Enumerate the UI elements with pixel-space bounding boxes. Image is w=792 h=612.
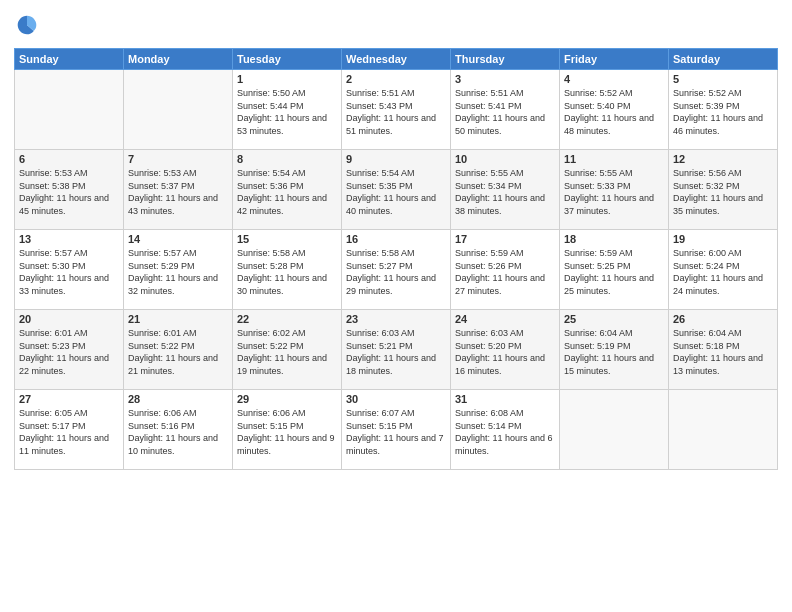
day-info: Sunrise: 6:07 AMSunset: 5:15 PMDaylight:…: [346, 407, 446, 457]
day-number: 24: [455, 313, 555, 325]
day-number: 5: [673, 73, 773, 85]
day-info: Sunrise: 6:03 AMSunset: 5:21 PMDaylight:…: [346, 327, 446, 377]
day-number: 17: [455, 233, 555, 245]
day-info: Sunrise: 6:04 AMSunset: 5:19 PMDaylight:…: [564, 327, 664, 377]
day-number: 27: [19, 393, 119, 405]
calendar-week-row: 6Sunrise: 5:53 AMSunset: 5:38 PMDaylight…: [15, 150, 778, 230]
day-number: 16: [346, 233, 446, 245]
calendar-day-cell: 13Sunrise: 5:57 AMSunset: 5:30 PMDayligh…: [15, 230, 124, 310]
logo: [14, 14, 38, 40]
calendar-day-cell: [15, 70, 124, 150]
calendar-day-cell: 17Sunrise: 5:59 AMSunset: 5:26 PMDayligh…: [451, 230, 560, 310]
weekday-header-friday: Friday: [560, 49, 669, 70]
day-info: Sunrise: 5:59 AMSunset: 5:25 PMDaylight:…: [564, 247, 664, 297]
day-info: Sunrise: 5:53 AMSunset: 5:38 PMDaylight:…: [19, 167, 119, 217]
calendar-day-cell: 26Sunrise: 6:04 AMSunset: 5:18 PMDayligh…: [669, 310, 778, 390]
day-number: 14: [128, 233, 228, 245]
weekday-header-wednesday: Wednesday: [342, 49, 451, 70]
day-number: 12: [673, 153, 773, 165]
day-info: Sunrise: 5:54 AMSunset: 5:35 PMDaylight:…: [346, 167, 446, 217]
day-number: 21: [128, 313, 228, 325]
calendar-day-cell: 6Sunrise: 5:53 AMSunset: 5:38 PMDaylight…: [15, 150, 124, 230]
calendar-week-row: 27Sunrise: 6:05 AMSunset: 5:17 PMDayligh…: [15, 390, 778, 470]
calendar-day-cell: 10Sunrise: 5:55 AMSunset: 5:34 PMDayligh…: [451, 150, 560, 230]
calendar-day-cell: 21Sunrise: 6:01 AMSunset: 5:22 PMDayligh…: [124, 310, 233, 390]
day-info: Sunrise: 5:53 AMSunset: 5:37 PMDaylight:…: [128, 167, 228, 217]
day-info: Sunrise: 5:58 AMSunset: 5:28 PMDaylight:…: [237, 247, 337, 297]
weekday-header-monday: Monday: [124, 49, 233, 70]
calendar-day-cell: 3Sunrise: 5:51 AMSunset: 5:41 PMDaylight…: [451, 70, 560, 150]
calendar-day-cell: 2Sunrise: 5:51 AMSunset: 5:43 PMDaylight…: [342, 70, 451, 150]
calendar-week-row: 20Sunrise: 6:01 AMSunset: 5:23 PMDayligh…: [15, 310, 778, 390]
day-info: Sunrise: 5:51 AMSunset: 5:41 PMDaylight:…: [455, 87, 555, 137]
day-number: 4: [564, 73, 664, 85]
day-number: 11: [564, 153, 664, 165]
calendar-table: SundayMondayTuesdayWednesdayThursdayFrid…: [14, 48, 778, 470]
day-number: 23: [346, 313, 446, 325]
day-number: 26: [673, 313, 773, 325]
weekday-header-tuesday: Tuesday: [233, 49, 342, 70]
day-number: 8: [237, 153, 337, 165]
day-number: 18: [564, 233, 664, 245]
calendar-day-cell: 14Sunrise: 5:57 AMSunset: 5:29 PMDayligh…: [124, 230, 233, 310]
day-info: Sunrise: 5:55 AMSunset: 5:34 PMDaylight:…: [455, 167, 555, 217]
day-number: 10: [455, 153, 555, 165]
day-info: Sunrise: 5:50 AMSunset: 5:44 PMDaylight:…: [237, 87, 337, 137]
day-info: Sunrise: 6:01 AMSunset: 5:22 PMDaylight:…: [128, 327, 228, 377]
logo-icon: [16, 14, 38, 36]
day-info: Sunrise: 6:01 AMSunset: 5:23 PMDaylight:…: [19, 327, 119, 377]
weekday-header-thursday: Thursday: [451, 49, 560, 70]
day-number: 2: [346, 73, 446, 85]
calendar-day-cell: 29Sunrise: 6:06 AMSunset: 5:15 PMDayligh…: [233, 390, 342, 470]
day-info: Sunrise: 6:00 AMSunset: 5:24 PMDaylight:…: [673, 247, 773, 297]
calendar-day-cell: 16Sunrise: 5:58 AMSunset: 5:27 PMDayligh…: [342, 230, 451, 310]
day-info: Sunrise: 5:57 AMSunset: 5:30 PMDaylight:…: [19, 247, 119, 297]
day-info: Sunrise: 6:06 AMSunset: 5:16 PMDaylight:…: [128, 407, 228, 457]
weekday-header-saturday: Saturday: [669, 49, 778, 70]
calendar-day-cell: 30Sunrise: 6:07 AMSunset: 5:15 PMDayligh…: [342, 390, 451, 470]
calendar-day-cell: 8Sunrise: 5:54 AMSunset: 5:36 PMDaylight…: [233, 150, 342, 230]
day-info: Sunrise: 5:57 AMSunset: 5:29 PMDaylight:…: [128, 247, 228, 297]
day-info: Sunrise: 6:05 AMSunset: 5:17 PMDaylight:…: [19, 407, 119, 457]
day-info: Sunrise: 6:04 AMSunset: 5:18 PMDaylight:…: [673, 327, 773, 377]
day-info: Sunrise: 6:06 AMSunset: 5:15 PMDaylight:…: [237, 407, 337, 457]
calendar-day-cell: 15Sunrise: 5:58 AMSunset: 5:28 PMDayligh…: [233, 230, 342, 310]
day-number: 15: [237, 233, 337, 245]
day-number: 29: [237, 393, 337, 405]
calendar-day-cell: 7Sunrise: 5:53 AMSunset: 5:37 PMDaylight…: [124, 150, 233, 230]
calendar-day-cell: 27Sunrise: 6:05 AMSunset: 5:17 PMDayligh…: [15, 390, 124, 470]
calendar-day-cell: 5Sunrise: 5:52 AMSunset: 5:39 PMDaylight…: [669, 70, 778, 150]
calendar-day-cell: [124, 70, 233, 150]
day-info: Sunrise: 5:59 AMSunset: 5:26 PMDaylight:…: [455, 247, 555, 297]
day-number: 31: [455, 393, 555, 405]
day-number: 25: [564, 313, 664, 325]
calendar-day-cell: 28Sunrise: 6:06 AMSunset: 5:16 PMDayligh…: [124, 390, 233, 470]
calendar-day-cell: 12Sunrise: 5:56 AMSunset: 5:32 PMDayligh…: [669, 150, 778, 230]
calendar-day-cell: [669, 390, 778, 470]
day-number: 20: [19, 313, 119, 325]
day-number: 7: [128, 153, 228, 165]
calendar-day-cell: 11Sunrise: 5:55 AMSunset: 5:33 PMDayligh…: [560, 150, 669, 230]
calendar-day-cell: 1Sunrise: 5:50 AMSunset: 5:44 PMDaylight…: [233, 70, 342, 150]
calendar-day-cell: 31Sunrise: 6:08 AMSunset: 5:14 PMDayligh…: [451, 390, 560, 470]
calendar-day-cell: 23Sunrise: 6:03 AMSunset: 5:21 PMDayligh…: [342, 310, 451, 390]
calendar-day-cell: 4Sunrise: 5:52 AMSunset: 5:40 PMDaylight…: [560, 70, 669, 150]
day-info: Sunrise: 5:52 AMSunset: 5:39 PMDaylight:…: [673, 87, 773, 137]
day-number: 6: [19, 153, 119, 165]
calendar-day-cell: 24Sunrise: 6:03 AMSunset: 5:20 PMDayligh…: [451, 310, 560, 390]
header: [14, 10, 778, 40]
day-info: Sunrise: 5:55 AMSunset: 5:33 PMDaylight:…: [564, 167, 664, 217]
weekday-header-row: SundayMondayTuesdayWednesdayThursdayFrid…: [15, 49, 778, 70]
day-info: Sunrise: 6:03 AMSunset: 5:20 PMDaylight:…: [455, 327, 555, 377]
weekday-header-sunday: Sunday: [15, 49, 124, 70]
calendar-day-cell: 9Sunrise: 5:54 AMSunset: 5:35 PMDaylight…: [342, 150, 451, 230]
day-info: Sunrise: 6:02 AMSunset: 5:22 PMDaylight:…: [237, 327, 337, 377]
day-info: Sunrise: 5:54 AMSunset: 5:36 PMDaylight:…: [237, 167, 337, 217]
day-info: Sunrise: 5:51 AMSunset: 5:43 PMDaylight:…: [346, 87, 446, 137]
calendar-day-cell: 18Sunrise: 5:59 AMSunset: 5:25 PMDayligh…: [560, 230, 669, 310]
day-number: 3: [455, 73, 555, 85]
day-number: 30: [346, 393, 446, 405]
calendar-day-cell: 20Sunrise: 6:01 AMSunset: 5:23 PMDayligh…: [15, 310, 124, 390]
day-info: Sunrise: 5:58 AMSunset: 5:27 PMDaylight:…: [346, 247, 446, 297]
calendar-day-cell: 25Sunrise: 6:04 AMSunset: 5:19 PMDayligh…: [560, 310, 669, 390]
